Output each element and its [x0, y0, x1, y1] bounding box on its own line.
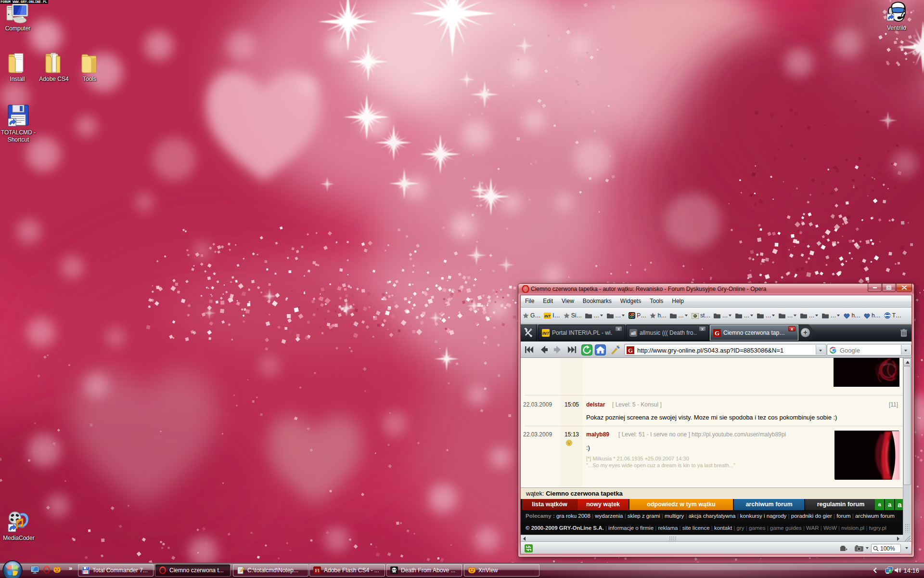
- svg-text:INT: INT: [542, 331, 550, 336]
- svg-text:all: all: [631, 331, 636, 336]
- svg-text:Fl: Fl: [315, 568, 320, 573]
- svg-text:G: G: [628, 347, 633, 354]
- svg-text:G: G: [715, 330, 719, 337]
- svg-text:INT: INT: [544, 314, 551, 318]
